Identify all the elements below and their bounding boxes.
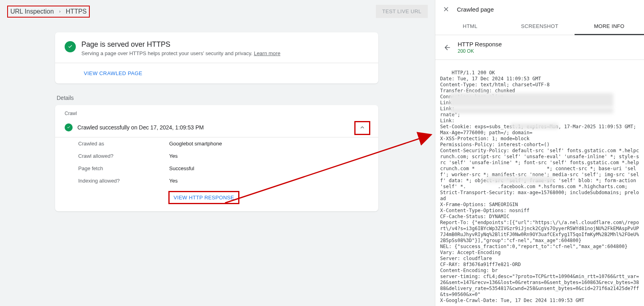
breadcrumb-current: HTTPS: [66, 8, 87, 15]
tab-screenshot[interactable]: SCREENSHOT: [505, 18, 574, 35]
table-row: Crawl allowed? Yes: [55, 150, 378, 162]
http-status: 200 OK: [458, 48, 502, 54]
page-subtitle: Serving a page over HTTPS helps protect …: [81, 50, 281, 56]
row-label: Crawl allowed?: [78, 153, 169, 159]
check-circle-icon: [65, 123, 73, 131]
table-row: Indexing allowed? Yes: [55, 175, 378, 187]
redaction-mask: [510, 123, 558, 129]
arrow-left-icon: [443, 44, 451, 52]
back-button[interactable]: [443, 44, 451, 52]
redaction-mask: [450, 108, 613, 113]
collapse-toggle-button[interactable]: [354, 121, 370, 135]
row-value: Yes: [169, 178, 178, 184]
row-label: Crawled as: [78, 141, 169, 147]
row-label: Page fetch: [78, 165, 169, 171]
view-http-response-button[interactable]: VIEW HTTP RESPONSE: [168, 191, 239, 204]
row-value: Successful: [169, 165, 194, 171]
https-summary-card: Page is served over HTTPS Serving a page…: [55, 32, 378, 83]
page-title: Page is served over HTTPS: [81, 40, 281, 49]
view-crawled-page-button[interactable]: VIEW CRAWLED PAGE: [55, 63, 378, 83]
table-row: Page fetch Successful: [55, 162, 378, 175]
chevron-right-icon: [58, 8, 62, 15]
crawl-details-card: Crawl Crawled successfully on Dec 17, 20…: [55, 105, 378, 211]
tab-more-info[interactable]: MORE INFO: [575, 18, 644, 35]
http-response-title: HTTP Response: [458, 41, 502, 48]
breadcrumb[interactable]: URL Inspection HTTPS: [7, 6, 90, 18]
row-label: Indexing allowed?: [78, 178, 169, 184]
tab-html[interactable]: HTML: [435, 18, 505, 35]
breadcrumb-parent[interactable]: URL Inspection: [10, 8, 54, 15]
test-live-url-button[interactable]: TEST LIVE URL: [376, 5, 428, 18]
table-row: Crawled as Googlebot smartphone: [55, 137, 378, 150]
panel-title: Crawled page: [457, 6, 494, 13]
row-value: Googlebot smartphone: [169, 141, 222, 147]
http-response-body[interactable]: HTTP/1.1 200 OK Date: Tue, 17 Dec 2024 1…: [435, 60, 644, 306]
chevron-up-icon: [359, 126, 366, 132]
redaction-mask: [486, 177, 553, 183]
row-value: Yes: [169, 153, 178, 159]
close-button[interactable]: [443, 6, 450, 13]
check-circle-icon: [65, 41, 76, 52]
redaction-mask: [450, 93, 613, 107]
crawl-section-label: Crawl: [65, 111, 369, 116]
details-heading: Details: [57, 95, 378, 101]
crawled-page-panel: Crawled page HTML SCREENSHOT MORE INFO H…: [435, 0, 644, 306]
close-icon: [443, 6, 450, 13]
learn-more-link[interactable]: Learn more: [254, 50, 280, 56]
crawl-status: Crawled successfully on Dec 17, 2024, 1:…: [77, 124, 204, 131]
panel-tabs: HTML SCREENSHOT MORE INFO: [435, 18, 644, 35]
